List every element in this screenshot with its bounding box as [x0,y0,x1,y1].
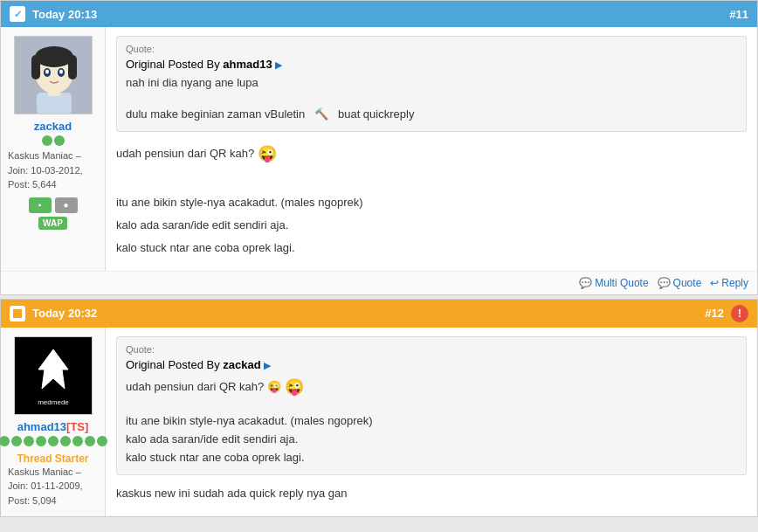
post-1-user-info: Kaskus Maniac – Join: 10-03-2012, Post: … [8,149,98,192]
post-2-username-text: ahmad13 [17,420,66,433]
quote-text-2d: kalo stuck ntar ane coba oprek lagi. [126,449,737,467]
offline-icon: ● [55,197,78,213]
dot-1 [42,135,52,146]
post-2-join: Join: 01-11-2009, [8,479,98,494]
quote-icon: 💬 [658,277,671,289]
multi-quote-label: Multi Quote [595,277,648,289]
thread-starter-label: Thread Starter [17,453,88,465]
wap-badge: WAP [38,217,67,230]
post-2-body: medmede ahmad13[TS] Thread Starter [1,328,757,517]
post-2-number: #12 [705,307,724,320]
quote-author-2: Original Posted By zackad ▶ [126,358,737,371]
post-2: Today 20:32 #12 ! medmede [0,299,758,518]
dot-p2-7 [72,436,83,446]
quote-text-1b-before: dulu make beginian zaman vBuletin [126,107,305,121]
post-2-header-left: Today 20:32 [10,306,97,321]
ahmad-avatar-img: medmede [14,336,93,415]
quote-text-2a: udah pensiun dari QR kah? 😜 😜 [126,375,737,400]
reply-label: Reply [721,277,748,289]
multi-quote-button[interactable]: 💬 Multi Quote [579,277,648,289]
post-1-body: zackad Kaskus Maniac – Join: 10-03-2012,… [1,27,757,271]
avatar-svg [15,36,92,114]
post-2-header-icon [10,306,25,321]
post-1-text: udah pensiun dari QR kah? 😜 itu ane biki… [116,141,747,259]
svg-point-9 [45,70,49,74]
svg-point-10 [59,70,63,74]
svg-point-4 [35,46,73,67]
post-1-quote: Quote: Original Posted By ahmad13 ▶ nah … [116,36,747,132]
quote-text-1a: nah ini dia nyang ane lupa [126,74,737,93]
svg-rect-5 [31,55,40,79]
quote-label-2: Quote: [126,344,737,355]
post-1-footer: 💬 Multi Quote 💬 Quote ↩ Reply [1,271,757,294]
post-1-sidebar: zackad Kaskus Maniac – Join: 10-03-2012,… [1,27,106,271]
hammer-emote: 🔨 [314,107,328,121]
quote-arrow-1: ▶ [275,59,282,70]
svg-text:medmede: medmede [38,398,69,406]
multi-quote-icon: 💬 [579,277,592,289]
post-1-header-icon: ✓ [10,6,25,22]
post-2-user-info: Kaskus Maniac – Join: 01-11-2009, Post: … [8,465,98,508]
quote-button[interactable]: 💬 Quote [658,277,702,289]
ts-badge: [TS] [66,420,88,433]
post-1-timestamp: Today 20:13 [32,8,97,21]
quote-author-1: Original Posted By ahmad13 ▶ [126,58,737,71]
quote-text-2c: kalo ada saran/ide edit sendiri aja. [126,431,737,449]
reply-button[interactable]: ↩ Reply [710,277,748,289]
post-1-rank: Kaskus Maniac – [8,149,98,163]
quote-author-name-1: ahmad13 [223,58,272,71]
quote-text-1b-after: buat quickreply [338,107,414,121]
checkmark-icon: ✓ [14,9,22,20]
post-2-sidebar: medmede ahmad13[TS] Thread Starter [1,328,106,517]
post-1-line-1: udah pensiun dari QR kah? 😜 [116,141,747,168]
zackad-avatar-img [15,36,92,114]
post-1-header: ✓ Today 20:13 #11 [1,1,757,27]
alert-icon: ! [731,305,748,322]
post-2-quote: Quote: Original Posted By zackad ▶ udah … [116,336,747,475]
post-2-header-right: #12 ! [705,305,748,322]
post-1-user-dots [42,135,65,146]
post-2-avatar: medmede [14,336,93,415]
dot-p2-6 [60,436,71,446]
post-2-content: Quote: Original Posted By zackad ▶ udah … [106,328,757,517]
post-1-header-left: ✓ Today 20:13 [10,6,97,22]
quote-text-1b: dulu make beginian zaman vBuletin 🔨 buat… [126,106,737,124]
emote-2: 😜 [285,375,304,400]
post-1-content: Quote: Original Posted By ahmad13 ▶ nah … [106,27,757,271]
dot-p2-3 [24,436,34,446]
dot-p2-1 [0,436,10,446]
svg-rect-6 [68,55,77,79]
quote-label-1: Quote: [126,44,737,54]
reputation-icon: ▪ [29,197,52,213]
post-1-icons: ▪ ● [29,197,78,213]
post-2-username: ahmad13[TS] [17,420,89,433]
post-1-line-4: kalo ada saran/ide edit sendiri aja. [116,216,747,235]
post-1-post: Post: 5,644 [8,177,98,192]
emote-1: 😜 [258,141,277,168]
quote-text-2b: itu ane bikin style-nya acakadut. (males… [126,412,737,431]
post-2-post: Post: 5,094 [8,494,98,508]
post-2-text: kaskus new ini sudah ada quick reply nya… [116,484,747,503]
post-2-user-dots [0,436,107,446]
post-1-avatar [14,36,93,114]
post-2-timestamp: Today 20:32 [32,307,97,320]
post-1-line-3: itu ane bikin style-nya acakadut. (males… [116,193,747,212]
reply-icon: ↩ [710,277,719,289]
square-icon [11,307,24,320]
post-2-rank: Kaskus Maniac – [8,465,98,480]
post-2-line-1: kaskus new ini sudah ada quick reply nya… [116,484,747,503]
dot-p2-4 [36,436,46,446]
dot-p2-8 [85,436,95,446]
dot-2 [54,135,65,146]
dot-p2-5 [48,436,59,446]
post-1-join: Join: 10-03-2012, [8,163,98,178]
quote-label: Quote [673,277,702,289]
post-1-line-5: kalo stuck ntar ane coba oprek lagi. [116,238,747,258]
post-1: ✓ Today 20:13 #11 [0,0,758,295]
quote-arrow-2: ▶ [264,360,271,370]
post-1-line-2 [116,170,747,190]
quote-author-name-2: zackad [223,358,260,371]
post-1-username: zackad [34,120,72,133]
ahmad-avatar-svg: medmede [14,336,93,415]
post-2-header: Today 20:32 #12 ! [1,300,757,328]
